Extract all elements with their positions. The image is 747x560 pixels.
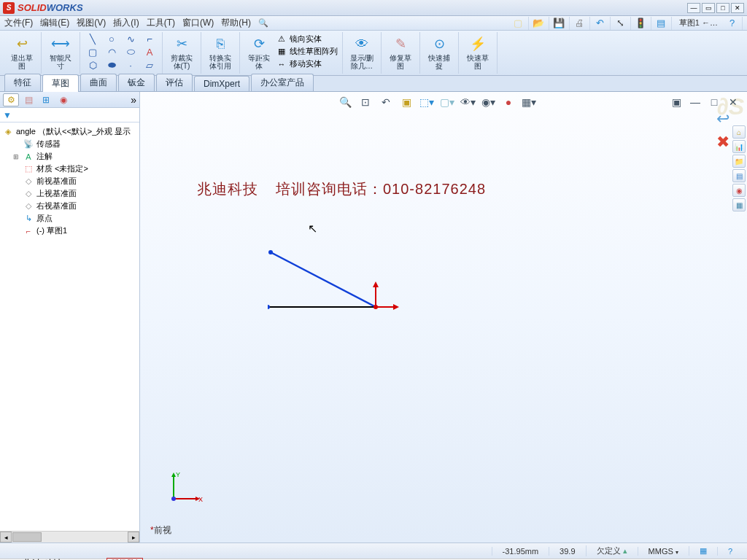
menu-view[interactable]: 视图(V) — [77, 17, 106, 29]
circle-tool-icon[interactable]: ○ — [102, 32, 121, 45]
scene-icon[interactable]: ◉▾ — [480, 95, 496, 109]
tree-item[interactable]: ⬚材质 <未指定> — [1, 163, 138, 175]
display-style-icon[interactable]: ▢▾ — [439, 95, 455, 109]
tree-item[interactable]: ◇前视基准面 — [1, 175, 138, 187]
config-tab-icon[interactable]: ⊞ — [38, 93, 54, 106]
view-triad[interactable]: X Y — [166, 470, 203, 506]
menu-insert[interactable]: 插入(I) — [113, 17, 139, 29]
convert-button[interactable]: ⎘ 转换实 体引用 — [204, 32, 236, 73]
render-icon[interactable]: ▦▾ — [521, 95, 537, 109]
prev-view-icon[interactable]: ↶ — [378, 95, 394, 109]
tree-item[interactable]: ◇右视基准面 — [1, 200, 138, 212]
appearance-pane-icon[interactable]: ◉ — [732, 184, 746, 197]
rapid-sketch-button[interactable]: ⚡ 快速草 图 — [462, 32, 494, 73]
new-icon[interactable]: ▢ — [511, 17, 529, 30]
zoom-area-icon[interactable]: ⊡ — [357, 95, 374, 109]
view-orient-icon[interactable]: ⬚▾ — [419, 95, 435, 109]
appearance-icon[interactable]: ● — [500, 95, 516, 109]
menu-file[interactable]: 文件(F) — [4, 17, 33, 29]
zoom-fit-icon[interactable]: 🔍 — [337, 95, 353, 109]
palette-icon[interactable]: ▤ — [732, 169, 746, 182]
sketch-line-blue[interactable] — [271, 252, 376, 307]
min-button[interactable]: — — [687, 3, 700, 13]
mirror-button[interactable]: ⚠镜向实体 — [276, 34, 338, 44]
snap-button[interactable]: ⊙ 快速捕 捉 — [423, 32, 455, 73]
tlight-icon[interactable]: 🚦 — [634, 17, 651, 30]
status-rebuild-icon[interactable]: ▦ — [689, 546, 717, 556]
library-icon[interactable]: 📊 — [732, 140, 746, 153]
arc-tool-icon[interactable]: ◠ — [102, 45, 121, 58]
tab-dimxpert[interactable]: DimXpert — [194, 76, 249, 91]
smart-dimension-button[interactable]: ⟷ 智能尺 寸 — [44, 32, 77, 73]
sketch-cancel-icon[interactable]: ✖ — [716, 133, 729, 152]
hide-show-icon[interactable]: 👁▾ — [460, 95, 476, 109]
explorer-icon[interactable]: 📁 — [732, 155, 746, 168]
status-help-icon[interactable]: ? — [717, 547, 743, 556]
text-tool-icon[interactable]: A — [140, 45, 159, 58]
rect-tool-icon[interactable]: ▢ — [83, 45, 102, 58]
menu-tools[interactable]: 工具(T) — [147, 17, 175, 29]
show-hide-button[interactable]: 👁 显示/删 除几… — [346, 32, 378, 73]
property-tab-icon[interactable]: ▤ — [20, 93, 36, 106]
tree-item[interactable]: ↳原点 — [1, 212, 138, 225]
feature-tree-tab-icon[interactable]: ⚙ — [3, 93, 19, 106]
doc-close-icon[interactable]: ✕ — [725, 95, 741, 109]
options-icon[interactable]: ▤ — [654, 17, 672, 30]
doc-min-icon[interactable]: — — [687, 95, 703, 109]
spline-tool-icon[interactable]: ∿ — [121, 32, 140, 45]
max-button[interactable]: □ — [716, 3, 729, 13]
ellipse-tool-icon[interactable]: ⬭ — [121, 45, 140, 58]
select-icon[interactable]: ⤡ — [614, 17, 631, 30]
menu-window[interactable]: 窗口(W) — [182, 17, 214, 29]
doc-max-icon[interactable]: □ — [706, 95, 722, 109]
open-icon[interactable]: 📂 — [532, 17, 549, 30]
tab-features[interactable]: 特征 — [4, 74, 41, 91]
help-icon[interactable]: ? — [725, 17, 743, 30]
endpoint-icon[interactable] — [268, 250, 273, 254]
breadcrumb[interactable]: 草图1 ←… — [675, 18, 722, 28]
sketch-ok-icon[interactable]: ↩ — [716, 109, 729, 128]
tree-scrollbar[interactable]: ◂ ▸ — [0, 531, 139, 542]
pattern-button[interactable]: ▦线性草图阵列 — [276, 46, 338, 57]
status-units[interactable]: MMGS ▾ — [638, 547, 689, 556]
scroll-left-icon[interactable]: ◂ — [0, 532, 12, 542]
tab-office[interactable]: 办公室产品 — [251, 74, 314, 91]
tree-item[interactable]: ◇上视基准面 — [1, 187, 138, 200]
origin-icon[interactable] — [374, 305, 378, 309]
exit-sketch-button[interactable]: ↩ 退出草 图 — [6, 32, 38, 73]
tree-item[interactable]: ⌐(-) 草图1 — [1, 225, 138, 237]
resources-icon[interactable]: ⌂ — [732, 125, 746, 139]
move-button[interactable]: ↔移动实体 — [276, 58, 338, 69]
tab-surface[interactable]: 曲面 — [80, 74, 117, 91]
repair-button[interactable]: ✎ 修复草 图 — [384, 32, 417, 73]
section-icon[interactable]: ▣ — [398, 95, 414, 109]
tree-filter[interactable]: ▼ — [0, 108, 139, 122]
undo-icon[interactable]: ↶ — [593, 17, 611, 30]
tree-item[interactable]: ⊞A注解 — [1, 150, 138, 163]
tab-sketch[interactable]: 草图 — [42, 74, 79, 92]
scroll-thumb[interactable] — [12, 532, 42, 542]
expand-flyout-icon[interactable]: » — [131, 94, 136, 106]
point-tool-icon[interactable]: · — [121, 58, 140, 71]
menu-edit[interactable]: 编辑(E) — [40, 17, 69, 29]
fillet-tool-icon[interactable]: ⌐ — [140, 32, 159, 45]
tab-sheetmetal[interactable]: 钣金 — [118, 74, 155, 91]
display-tab-icon[interactable]: ◉ — [55, 93, 71, 106]
custom-props-icon[interactable]: ▦ — [732, 198, 746, 211]
tree-item[interactable]: 📡传感器 — [1, 138, 138, 150]
endpoint-icon[interactable] — [268, 305, 270, 309]
menu-help[interactable]: 帮助(H) — [221, 17, 251, 29]
restore-button[interactable]: ▭ — [702, 3, 715, 13]
search-icon[interactable]: 🔍 — [258, 18, 268, 28]
polygon-tool-icon[interactable]: ⬡ — [83, 58, 102, 71]
tab-evaluate[interactable]: 评估 — [156, 74, 193, 91]
scroll-right-icon[interactable]: ▸ — [128, 532, 139, 542]
print-icon[interactable]: 🖨 — [573, 17, 590, 30]
plane-tool-icon[interactable]: ▱ — [140, 58, 159, 71]
offset-button[interactable]: ⟳ 等距实 体 — [243, 32, 275, 73]
trim-button[interactable]: ✂ 剪裁实 体(T) — [166, 32, 198, 73]
tree-root[interactable]: ◈ angle （默认<<默认>_外观 显示 — [1, 125, 138, 138]
graphics-canvas[interactable]: ∂S 🔍 ⊡ ↶ ▣ ⬚▾ ▢▾ 👁▾ ◉▾ ● ▦▾ ▣ — □ ✕ ↩ ✖ … — [140, 92, 747, 542]
slot-tool-icon[interactable]: ⬬ — [102, 58, 121, 71]
doc-popout-icon[interactable]: ▣ — [668, 95, 684, 109]
